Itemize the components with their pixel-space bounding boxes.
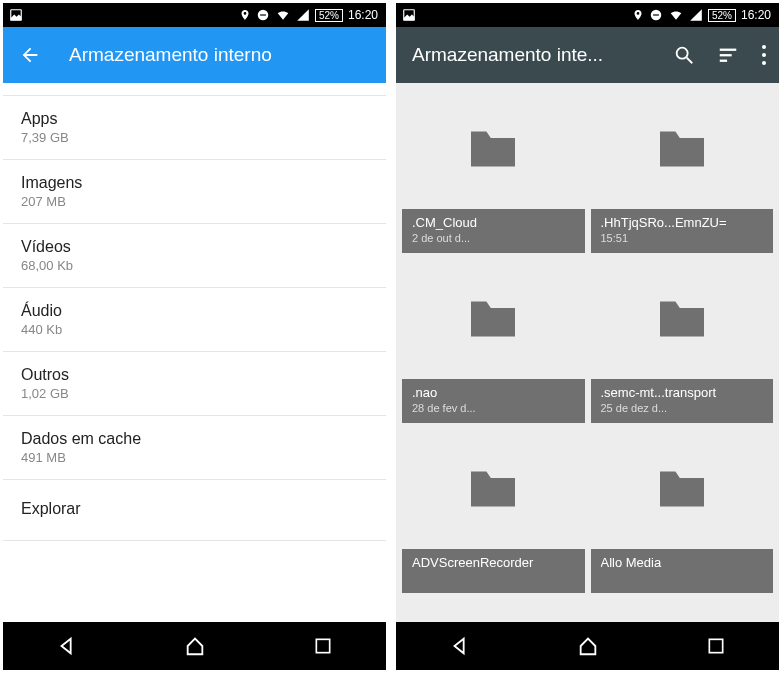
storage-item-cache[interactable]: Dados em cache 491 MB (3, 416, 386, 480)
storage-item-size: 68,00 Kb (21, 258, 368, 273)
storage-item-label: Dados em cache (21, 430, 368, 448)
storage-item-audio[interactable]: Áudio 440 Kb (3, 288, 386, 352)
location-icon (632, 8, 644, 22)
dnd-icon (649, 8, 663, 22)
svg-rect-10 (720, 54, 732, 56)
svg-rect-2 (260, 14, 266, 15)
search-button[interactable] (673, 44, 695, 66)
storage-item-size: 440 Kb (21, 322, 368, 337)
folder-tile[interactable]: .semc-mt...transport 25 de dez d... (591, 259, 774, 423)
folder-tile[interactable]: .HhTjqSRo...EmnZU= 15:51 (591, 89, 774, 253)
back-button[interactable] (19, 44, 41, 66)
svg-rect-11 (720, 60, 727, 62)
svg-line-8 (687, 58, 693, 64)
storage-item-size: 207 MB (21, 194, 368, 209)
folder-date: 2 de out d... (412, 232, 575, 245)
folder-date: 25 de dez d... (601, 402, 764, 415)
folder-icon (402, 429, 585, 549)
signal-icon (689, 8, 703, 22)
signal-icon (296, 8, 310, 22)
nav-home-button[interactable] (184, 635, 206, 657)
storage-item-size: 1,02 GB (21, 386, 368, 401)
storage-item-size: 491 MB (21, 450, 368, 465)
navigation-bar (3, 622, 386, 670)
folder-name: .HhTjqSRo...EmnZU= (601, 215, 764, 230)
nav-home-button[interactable] (577, 635, 599, 657)
folder-icon (402, 89, 585, 209)
storage-item-label: Áudio (21, 302, 368, 320)
folder-date: 15:51 (601, 232, 764, 245)
battery-indicator: 52% (315, 9, 343, 22)
svg-point-13 (762, 53, 766, 57)
folder-icon (591, 429, 774, 549)
screenshot-left: 52% 16:20 Armazenamento interno Apps 7,3… (3, 3, 386, 670)
folder-tile[interactable]: Allo Media (591, 429, 774, 593)
svg-rect-15 (709, 639, 722, 652)
nav-back-button[interactable] (449, 635, 471, 657)
clock: 16:20 (348, 8, 378, 22)
folder-icon (591, 259, 774, 379)
page-title: Armazenamento inte... (408, 44, 673, 66)
image-icon (9, 8, 23, 22)
clock: 16:20 (741, 8, 771, 22)
storage-item-videos[interactable]: Vídeos 68,00 Kb (3, 224, 386, 288)
nav-recent-button[interactable] (706, 636, 726, 656)
folder-name: .CM_Cloud (412, 215, 575, 230)
appbar: Armazenamento inte... (396, 27, 779, 83)
location-icon (239, 8, 251, 22)
storage-item-apps[interactable]: Apps 7,39 GB (3, 96, 386, 160)
folder-name: Allo Media (601, 555, 764, 570)
screenshot-right: 52% 16:20 Armazenamento inte... (396, 3, 779, 670)
folder-date: 28 de fev d... (412, 402, 575, 415)
nav-back-button[interactable] (56, 635, 78, 657)
folder-icon (591, 89, 774, 209)
folder-name: .nao (412, 385, 575, 400)
folder-name: .semc-mt...transport (601, 385, 764, 400)
status-bar: 52% 16:20 (3, 3, 386, 27)
storage-item-explore[interactable]: Explorar (3, 480, 386, 541)
status-bar: 52% 16:20 (396, 3, 779, 27)
folder-date (601, 572, 764, 585)
storage-item-label: Outros (21, 366, 368, 384)
storage-list: Apps 7,39 GB Imagens 207 MB Vídeos 68,00… (3, 83, 386, 622)
svg-point-12 (762, 45, 766, 49)
image-icon (402, 8, 416, 22)
folder-tile[interactable]: .CM_Cloud 2 de out d... (402, 89, 585, 253)
storage-item-size: 7,39 GB (21, 130, 368, 145)
folder-date (412, 572, 575, 585)
storage-item-label: Apps (21, 110, 368, 128)
wifi-icon (668, 8, 684, 22)
navigation-bar (396, 622, 779, 670)
folder-icon (402, 259, 585, 379)
folder-grid: .CM_Cloud 2 de out d... .HhTjqSRo...EmnZ… (396, 83, 779, 622)
svg-rect-9 (720, 49, 737, 51)
overflow-menu-button[interactable] (761, 44, 767, 66)
storage-item-others[interactable]: Outros 1,02 GB (3, 352, 386, 416)
svg-rect-6 (653, 14, 659, 15)
folder-tile[interactable]: ADVScreenRecorder (402, 429, 585, 593)
dnd-icon (256, 8, 270, 22)
svg-point-7 (677, 48, 688, 59)
storage-item-images[interactable]: Imagens 207 MB (3, 160, 386, 224)
folder-name: ADVScreenRecorder (412, 555, 575, 570)
folder-tile[interactable]: .nao 28 de fev d... (402, 259, 585, 423)
sort-button[interactable] (717, 44, 739, 66)
storage-item-label: Explorar (21, 500, 368, 518)
battery-indicator: 52% (708, 9, 736, 22)
svg-point-14 (762, 61, 766, 65)
page-title: Armazenamento interno (69, 44, 272, 66)
nav-recent-button[interactable] (313, 636, 333, 656)
wifi-icon (275, 8, 291, 22)
storage-item-label: Vídeos (21, 238, 368, 256)
appbar: Armazenamento interno (3, 27, 386, 83)
storage-item-label: Imagens (21, 174, 368, 192)
svg-rect-3 (316, 639, 329, 652)
